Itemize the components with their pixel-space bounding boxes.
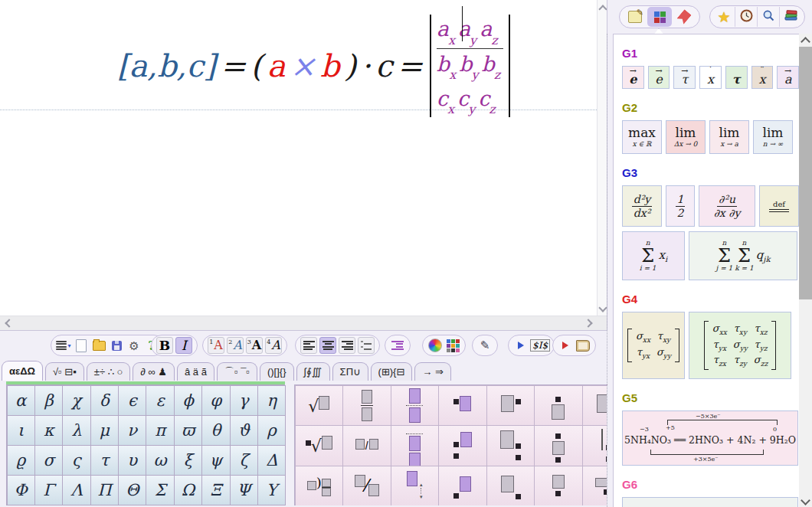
greek-letter-cell[interactable]: Ψ [230, 475, 258, 505]
greek-letter-cell[interactable]: δ [90, 385, 119, 416]
greek-letter-cell[interactable]: γ [230, 385, 258, 416]
template-tile[interactable]: ax² + bx + c = 0 [622, 497, 798, 507]
template-cell-under[interactable] [534, 466, 583, 506]
template-tile[interactable]: →a [777, 66, 799, 89]
greek-letter-cell[interactable]: μ [90, 415, 119, 446]
bold-button[interactable]: B [156, 337, 173, 354]
determinant-matrix[interactable]: axayazbxbybzcxcycz [437, 15, 503, 118]
greek-letter-cell[interactable]: Ω [174, 475, 202, 505]
template-cell-stack-top[interactable] [391, 385, 440, 427]
font-style-1-button[interactable]: 1A [208, 337, 224, 354]
template-cell-over[interactable] [534, 385, 583, 427]
bookmark-button[interactable] [672, 7, 696, 27]
template-tile[interactable]: ¨x [751, 66, 774, 89]
symbol-tab-6[interactable]: ()[]{} [260, 362, 294, 381]
template-cell-stack-bottom[interactable] [391, 425, 440, 466]
template-tile[interactable]: 12 [666, 185, 695, 227]
template-tile[interactable]: →e [622, 66, 644, 89]
template-cell-pre-supsub[interactable] [438, 425, 487, 466]
template-tile[interactable]: τ [725, 66, 748, 89]
font-style-2-button[interactable]: 2A [227, 337, 244, 354]
new-document-button[interactable] [73, 337, 90, 354]
template-tile[interactable]: nΣj = 1nΣk = 1qjk [689, 231, 797, 280]
symbol-tab-4[interactable]: â ä ã [177, 362, 214, 381]
color-palette-button[interactable] [444, 337, 461, 354]
greek-letter-cell[interactable]: κ [34, 415, 63, 446]
scroll-right-icon[interactable] [585, 320, 591, 326]
template-tile[interactable]: −5×3e⁻−3+505NH₄NO₃ ══ 2HNO₃ + 4N₂ + 9H₂O… [622, 411, 798, 466]
greek-letter-cell[interactable]: φ [201, 385, 230, 416]
template-cell-stretch-v[interactable]: ▴▾ [391, 466, 440, 506]
greek-letter-cell[interactable]: ψ [201, 445, 230, 476]
template-tile[interactable]: ˙x [699, 66, 722, 89]
greek-letter-cell[interactable]: ς [62, 445, 90, 476]
save-button[interactable] [108, 337, 125, 354]
main-menu-button[interactable]: ▾ [55, 337, 72, 354]
symbol-tab-2[interactable]: ±÷ ∴ ○ [87, 362, 131, 381]
greek-letter-cell[interactable]: η [257, 385, 286, 416]
symbol-tab-1[interactable]: √▫ ⊟▪ [45, 362, 84, 381]
greek-letter-cell[interactable]: Θ [118, 475, 146, 505]
greek-letter-cell[interactable]: Σ [146, 475, 174, 505]
greek-letter-cell[interactable]: ζ [230, 445, 258, 476]
greek-letter-cell[interactable]: ϵ [118, 385, 146, 416]
edit-notes-button[interactable] [623, 7, 647, 27]
template-tile[interactable]: d²ydx² [622, 185, 662, 227]
scroll-down-icon[interactable] [600, 305, 606, 311]
greek-letter-cell[interactable]: Ξ [201, 475, 230, 505]
symbol-tab-9[interactable]: (⊞){⊟ [371, 362, 413, 381]
matrix-row[interactable]: bxbybz [437, 49, 503, 83]
matrix-row[interactable]: cxcycz [437, 83, 503, 118]
template-tile[interactable]: →τ [673, 66, 696, 89]
scroll-left-icon[interactable] [4, 320, 10, 326]
library-button[interactable] [779, 7, 801, 27]
greek-letter-cell[interactable]: Π [90, 475, 119, 505]
align-left-button[interactable] [300, 337, 317, 354]
template-cell-pre-sub[interactable] [438, 466, 487, 506]
symbol-tab-0[interactable]: αεΔΩ [2, 361, 43, 381]
template-tile[interactable]: limn → ∞ [753, 120, 793, 154]
equation-canvas[interactable]: [a,b,c]=(a×b)·c=axayazbxbybzcxcycz [0, 0, 597, 316]
symbol-tab-7[interactable]: ∫∮∭ [296, 362, 330, 381]
template-cell-bevel-frac[interactable]: ⁄ [342, 466, 391, 506]
template-cell-sub[interactable] [486, 466, 535, 506]
template-cell-wide-under[interactable] [582, 466, 608, 506]
greek-letter-cell[interactable]: ξ [174, 445, 202, 476]
template-cell-supsub[interactable] [486, 425, 535, 466]
matrix-row[interactable]: axayaz [437, 14, 503, 49]
template-cell-overunder[interactable] [534, 425, 583, 466]
align-right-button[interactable] [339, 337, 355, 354]
greek-letter-cell[interactable]: Δ [257, 445, 286, 476]
greek-letter-cell[interactable]: π [146, 415, 174, 446]
greek-letter-cell[interactable]: ι [7, 415, 35, 446]
template-cell-pre-sup[interactable] [438, 385, 487, 427]
greek-letter-cell[interactable]: χ [62, 385, 90, 416]
symbol-tab-5[interactable]: ⌒▫ ¯▫ [217, 362, 257, 381]
font-style-3-button[interactable]: 3A [246, 337, 263, 354]
canvas-horizontal-scrollbar[interactable] [0, 316, 607, 331]
matrix-entry[interactable]: bz [482, 54, 502, 78]
sidebar-scroll-down-icon[interactable] [799, 494, 812, 507]
symbol-tab-8[interactable]: ΣΠ∪ [332, 362, 368, 381]
template-tile[interactable]: σxxτxyτyxσyy [622, 312, 685, 379]
greek-letter-cell[interactable]: ϖ [174, 415, 202, 446]
template-tile[interactable]: ∂²u∂x ∂y [699, 185, 755, 227]
greek-letter-cell[interactable]: ϱ [7, 445, 35, 476]
greek-letter-cell[interactable]: β [34, 385, 63, 416]
sidebar-scroll-thumb[interactable] [799, 47, 812, 299]
template-cell-sup[interactable] [486, 385, 535, 427]
category-grid-button[interactable] [647, 7, 672, 27]
template-tile[interactable]: maxx ∈ ℝ [622, 120, 662, 154]
template-tile[interactable]: limΔx → 0 [666, 120, 706, 154]
determinant[interactable]: axayazbxbybzcxcycz [430, 15, 510, 118]
matrix-entry[interactable]: by [459, 54, 479, 78]
template-cell-side-sup[interactable] [582, 385, 608, 427]
mathcasts-book-button[interactable] [575, 337, 591, 354]
greek-letter-cell[interactable]: ν [118, 415, 146, 446]
greek-letter-cell[interactable]: ϑ [230, 415, 258, 446]
greek-letter-cell[interactable]: ω [146, 445, 174, 476]
search-button[interactable] [757, 7, 779, 27]
greek-letter-cell[interactable]: ε [146, 385, 174, 416]
history-button[interactable] [735, 7, 757, 27]
greek-letter-cell[interactable]: Γ [34, 475, 63, 505]
